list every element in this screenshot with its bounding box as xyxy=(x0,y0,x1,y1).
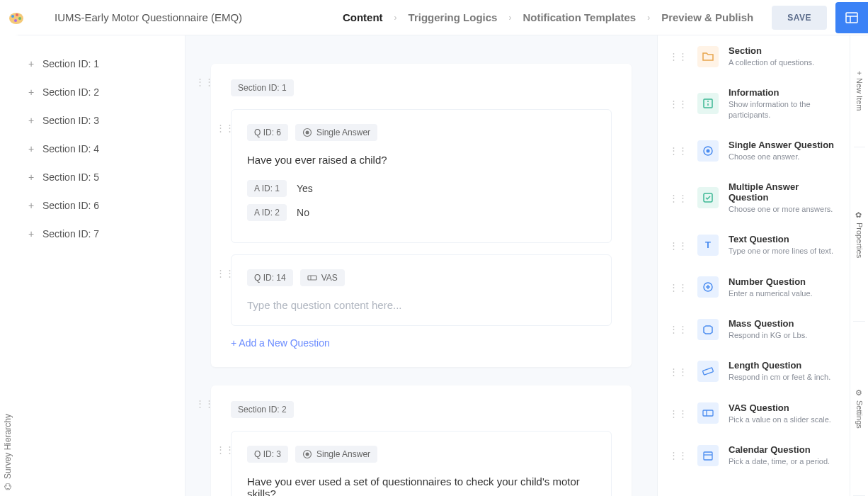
palette-title: Length Question xyxy=(729,360,838,371)
side-tabs: +New Item ✿Properties ⚙Settings xyxy=(850,35,868,496)
question-block[interactable]: ⋮⋮ Q ID: 6 Single Answer Have you ever r… xyxy=(231,109,612,243)
side-tab-new-item[interactable]: +New Item xyxy=(854,35,865,147)
palette-item-length[interactable]: ⋮⋮ Length QuestionRespond in cm or feet … xyxy=(658,350,850,392)
answer-row[interactable]: A ID: 2 No xyxy=(247,204,595,221)
palette-item-calendar[interactable]: ⋮⋮ Calendar QuestionPick a date, time, o… xyxy=(658,434,850,476)
palette-item-vas[interactable]: ⋮⋮ VAS QuestionPick a value on a slider … xyxy=(658,393,850,434)
plus-icon: + xyxy=(28,58,42,69)
hierarchy-item[interactable]: +Section ID: 7 xyxy=(16,220,185,248)
drag-handle-icon[interactable]: ⋮⋮ xyxy=(669,450,687,461)
question-type-badge: Single Answer xyxy=(295,446,377,463)
svg-text:T: T xyxy=(705,239,711,250)
question-placeholder[interactable]: Type the question content here... xyxy=(247,299,595,311)
gear-icon: ✿ xyxy=(855,210,864,220)
answer-id-badge: A ID: 2 xyxy=(247,204,287,221)
question-text[interactable]: Have you ever raised a child? xyxy=(247,154,595,166)
palette-title: VAS Question xyxy=(729,402,838,413)
hierarchy-item-label: Section ID: 2 xyxy=(42,86,99,98)
section-card[interactable]: ⋮⋮ Section ID: 2 ⋮⋮ Q ID: 3 Single Answe… xyxy=(211,385,632,496)
folder-icon xyxy=(697,46,719,67)
drag-handle-icon[interactable]: ⋮⋮ xyxy=(216,268,234,278)
chevron-right-icon: › xyxy=(394,13,397,23)
drag-handle-icon[interactable]: ⋮⋮ xyxy=(195,398,214,409)
svg-point-3 xyxy=(18,17,21,20)
question-text[interactable]: Have you ever used a set of questionnair… xyxy=(247,475,595,496)
drag-handle-icon[interactable]: ⋮⋮ xyxy=(216,123,234,133)
palette-desc: Choose one answer. xyxy=(729,152,838,162)
radio-icon xyxy=(697,140,719,162)
survey-hierarchy-panel: ⌬ Survey Hierarchy +Section ID: 1 +Secti… xyxy=(0,35,185,496)
chevron-right-icon: › xyxy=(508,13,511,23)
hierarchy-item[interactable]: +Section ID: 5 xyxy=(16,163,185,191)
palette-item-mass[interactable]: ⋮⋮ Mass QuestionRespond in KG or Lbs. xyxy=(658,308,850,350)
section-header-badge: Section ID: 1 xyxy=(231,79,294,96)
drag-handle-icon[interactable]: ⋮⋮ xyxy=(669,51,687,62)
svg-point-13 xyxy=(306,453,309,456)
tab-content[interactable]: Content xyxy=(338,11,387,23)
palette-desc: Respond in cm or feet & inch. xyxy=(729,372,838,382)
drag-handle-icon[interactable]: ⋮⋮ xyxy=(669,98,687,109)
palette-item-multiple-answer[interactable]: ⋮⋮ Multiple Answer QuestionChoose one or… xyxy=(658,171,850,224)
drag-handle-icon[interactable]: ⋮⋮ xyxy=(195,77,214,87)
drag-handle-icon[interactable]: ⋮⋮ xyxy=(669,324,687,334)
palette-desc: Choose one or more answers. xyxy=(729,204,838,214)
palette-desc: Show information to the participants. xyxy=(729,99,838,120)
question-id-badge: Q ID: 6 xyxy=(247,124,288,141)
section-card[interactable]: ⋮⋮ Section ID: 1 ⋮⋮ Q ID: 6 Single Answe… xyxy=(211,64,632,367)
question-block[interactable]: ⋮⋮ Q ID: 14 VAS Type the question conten… xyxy=(231,254,612,326)
palette-item-section[interactable]: ⋮⋮ SectionA collection of questions. xyxy=(658,35,850,77)
svg-point-2 xyxy=(16,13,18,16)
tab-preview-publish[interactable]: Preview & Publish xyxy=(657,11,758,23)
svg-rect-5 xyxy=(846,13,857,23)
palette-desc: Pick a value on a slider scale. xyxy=(729,415,838,424)
hierarchy-item[interactable]: +Section ID: 2 xyxy=(16,78,185,106)
drag-handle-icon[interactable]: ⋮⋮ xyxy=(669,408,687,419)
plus-icon: + xyxy=(28,171,42,183)
hierarchy-label: ⌬ Survey Hierarchy xyxy=(0,35,16,496)
layout-tool-button[interactable] xyxy=(835,2,868,33)
palette-title: Information xyxy=(729,87,838,98)
survey-canvas[interactable]: ⋮⋮ Section ID: 1 ⋮⋮ Q ID: 6 Single Answe… xyxy=(185,35,657,496)
palette-item-information[interactable]: ⋮⋮ InformationShow information to the pa… xyxy=(658,77,850,130)
drag-handle-icon[interactable]: ⋮⋮ xyxy=(669,366,687,377)
palette-item-text[interactable]: ⋮⋮ T Text QuestionType one or more lines… xyxy=(658,224,850,266)
hierarchy-item[interactable]: +Section ID: 6 xyxy=(16,191,185,220)
section-header-badge: Section ID: 2 xyxy=(231,401,294,418)
page-title: IUMS-Early Motor Questionnaire (EMQ) xyxy=(55,11,242,23)
question-block[interactable]: ⋮⋮ Q ID: 3 Single Answer Have you ever u… xyxy=(231,431,612,496)
palette-title: Text Question xyxy=(729,234,838,244)
tab-notification-templates[interactable]: Notification Templates xyxy=(518,11,640,23)
hierarchy-item[interactable]: +Section ID: 3 xyxy=(16,106,185,135)
plus-icon: + xyxy=(28,143,42,154)
drag-handle-icon[interactable]: ⋮⋮ xyxy=(669,193,687,203)
vas-icon xyxy=(697,402,719,424)
question-type-label: Single Answer xyxy=(316,449,370,459)
hierarchy-item-label: Section ID: 6 xyxy=(42,200,99,211)
palette-desc: A collection of questions. xyxy=(729,57,838,67)
app-logo-icon xyxy=(8,9,25,26)
question-id-badge: Q ID: 3 xyxy=(247,446,288,463)
drag-handle-icon[interactable]: ⋮⋮ xyxy=(669,145,687,156)
hierarchy-item[interactable]: +Section ID: 1 xyxy=(16,50,185,78)
svg-rect-27 xyxy=(704,452,712,460)
side-tab-settings[interactable]: ⚙Settings xyxy=(853,322,865,496)
palette-item-number[interactable]: ⋮⋮ Number QuestionEnter a numerical valu… xyxy=(658,266,850,308)
tab-triggering-logics[interactable]: Triggering Logics xyxy=(404,11,502,23)
palette-desc: Respond in KG or Lbs. xyxy=(729,330,838,340)
palette-item-single-answer[interactable]: ⋮⋮ Single Answer QuestionChoose one answ… xyxy=(658,130,850,171)
drag-handle-icon[interactable]: ⋮⋮ xyxy=(669,282,687,293)
svg-rect-25 xyxy=(703,410,713,416)
plus-icon: + xyxy=(28,86,42,98)
add-question-button[interactable]: + Add a New Question xyxy=(231,337,612,349)
svg-point-18 xyxy=(707,149,710,152)
hierarchy-label-text: Survey Hierarchy xyxy=(3,414,13,479)
drag-handle-icon[interactable]: ⋮⋮ xyxy=(669,240,687,251)
answer-row[interactable]: A ID: 1 Yes xyxy=(247,180,595,197)
hierarchy-icon: ⌬ xyxy=(3,483,13,490)
save-button[interactable]: SAVE xyxy=(772,6,827,30)
hierarchy-item[interactable]: +Section ID: 4 xyxy=(16,135,185,163)
svg-point-4 xyxy=(14,19,17,22)
drag-handle-icon[interactable]: ⋮⋮ xyxy=(216,444,234,455)
side-tab-properties[interactable]: ✿Properties xyxy=(853,147,865,322)
checkbox-icon xyxy=(697,187,719,208)
